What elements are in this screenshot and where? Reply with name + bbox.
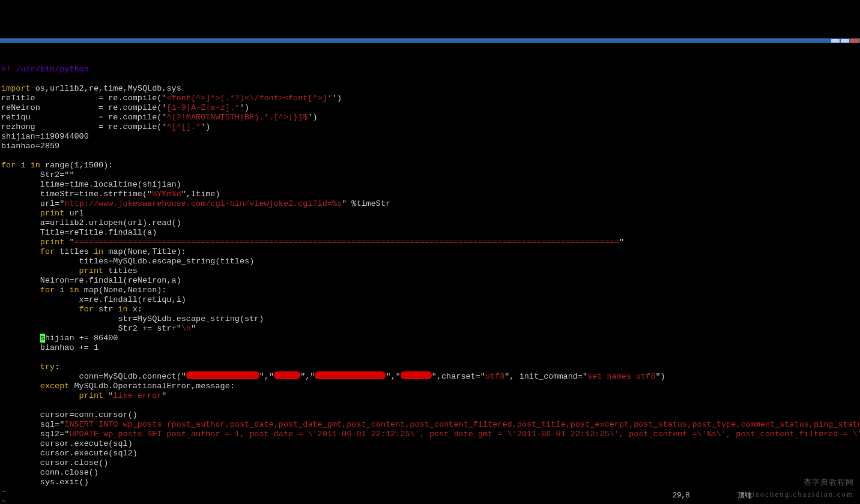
keyword-in: in — [94, 247, 103, 256]
code-text: url — [64, 209, 83, 218]
code-text: reTitle = re.compile(' — [1, 94, 166, 103]
sql-string: INSERT INTO wp_posts (post_author,post_d… — [64, 420, 860, 429]
code-text: rezhong = re.compile(' — [1, 122, 166, 131]
minimize-button[interactable] — [831, 39, 840, 43]
code-text: map(None,Title): — [103, 247, 186, 256]
keyword-for: for — [1, 305, 94, 314]
divider-string: ========================================… — [74, 238, 619, 247]
code-text: bianhao=2859 — [1, 142, 59, 151]
code-text: : — [55, 362, 59, 371]
code-text: reNeiron = re.compile(' — [1, 103, 166, 112]
regex-string: <font[^>]*>(.*?)<\/font><font[^>]* — [166, 94, 332, 103]
code-text: bianhao += 1 — [1, 343, 98, 352]
code-text: cursor.close() — [1, 458, 108, 467]
redacted-host — [186, 371, 259, 379]
code-text: a=urllib2.urlopen(url).read() — [1, 218, 181, 227]
sql-string: UPDATE wp_posts SET post_author = 1, pos… — [69, 430, 860, 439]
code-text: sql=" — [1, 420, 64, 429]
close-button[interactable] — [850, 39, 859, 43]
code-text: shijian=1190944000 — [1, 132, 89, 141]
code-text: " — [162, 391, 166, 400]
code-text: " — [191, 324, 196, 333]
tilde-empty-line: ~ — [1, 487, 6, 496]
code-text: " — [619, 238, 624, 247]
code-text: " %timeStr — [342, 199, 390, 208]
code-text: str=MySQLdb.escape_string(str) — [1, 314, 264, 323]
string-literal: set names utf8 — [587, 372, 655, 381]
keyword-for: for — [1, 161, 16, 170]
code-text: ") — [655, 372, 665, 381]
keyword-except: except — [1, 382, 69, 391]
code-text: cursor=conn.cursor() — [1, 410, 138, 419]
code-text: cursor.execute(sql2) — [1, 449, 138, 458]
keyword-print: print — [1, 266, 103, 275]
code-text: ') — [201, 122, 210, 131]
code-text: MySQLdb.OperationalError,message: — [69, 382, 234, 391]
tilde-empty-line: ~ — [1, 497, 6, 504]
code-text: sql2=" — [1, 430, 69, 439]
redacted-db — [401, 371, 432, 379]
code-text: Title=reTitle.findall(a) — [1, 228, 157, 237]
redacted-pass — [315, 371, 386, 379]
code-text: " — [64, 238, 74, 247]
code-text: str — [94, 305, 118, 314]
keyword-in: in — [118, 305, 127, 314]
regex-string: ^(?!MARGINWIDTH|BR).*.[^>|}]$ — [166, 113, 307, 122]
code-text: hijian += 86400 — [45, 334, 118, 343]
watermark-text-top: 查字典教程网 — [804, 478, 854, 487]
string-literal: utf8 — [485, 372, 504, 381]
code-text: ",ltime) — [181, 190, 220, 199]
string-literal: like error — [113, 391, 162, 400]
keyword-for: for — [1, 286, 55, 295]
keyword-print: print — [1, 391, 103, 400]
code-text: conn=MySQLdb.connect(" — [1, 372, 186, 381]
code-text: range(1,1500): — [40, 161, 114, 170]
code-text — [1, 334, 40, 343]
code-text: ') — [240, 103, 249, 112]
regex-string: ^[^[].* — [166, 122, 201, 131]
code-text: Str2 += str+" — [1, 324, 181, 333]
code-text: ", init_command=" — [504, 372, 587, 381]
import-module-list: os,urllib2,re,time,MySQLdb,sys — [31, 84, 181, 93]
shebang-line: #! /usr/bin/python — [1, 65, 89, 74]
regex-string: [1-9|A-Z|a-z].* — [166, 103, 240, 112]
keyword-import: import — [1, 84, 31, 93]
keyword-print: print — [1, 209, 64, 218]
url-string: http://www.jokeswarehouse.com/cgi-bin/vi… — [64, 199, 342, 208]
code-text: ltime=time.localtime(shijian) — [1, 180, 181, 189]
code-editor[interactable]: #! /usr/bin/python import os,urllib2,re,… — [0, 62, 860, 504]
code-text: i — [16, 161, 30, 170]
code-text: ",charset=" — [432, 372, 485, 381]
code-text: Str2="" — [1, 170, 74, 179]
maximize-button[interactable] — [841, 39, 849, 43]
code-text: "," — [386, 372, 400, 381]
code-text: url=" — [1, 199, 64, 208]
string-literal: \n — [181, 324, 191, 333]
keyword-print: print — [1, 238, 64, 247]
code-text: timeStr=time.strftime(" — [1, 190, 152, 199]
string-literal: %Y%m%d — [152, 190, 181, 199]
status-line: 29,8 顶端 — [673, 491, 752, 500]
window-titlebar — [0, 38, 860, 43]
keyword-in: in — [69, 286, 79, 295]
code-text: x=re.findall(retiqu,i) — [1, 295, 186, 304]
code-text: titles — [103, 266, 138, 275]
code-text: map(None,Neiron): — [79, 286, 167, 295]
keyword-try: try — [1, 362, 55, 371]
watermark-text-bottom: jiaocheng.chazidian.com — [749, 490, 854, 499]
code-text: titles=MySQLdb.escape_string(titles) — [1, 257, 254, 266]
code-text: cursor.execute(sql) — [1, 439, 133, 448]
code-text: ') — [332, 94, 342, 103]
keyword-for: for — [1, 247, 55, 256]
code-text: sys.exit() — [1, 478, 89, 487]
code-text: " — [103, 391, 113, 400]
code-text: i — [55, 286, 69, 295]
code-text: x: — [128, 305, 142, 314]
text-cursor: s — [40, 334, 45, 343]
code-text: ') — [307, 113, 317, 122]
keyword-in: in — [31, 161, 40, 170]
code-text: Neiron=re.findall(reNeiron,a) — [1, 276, 181, 285]
redacted-user — [274, 371, 300, 379]
code-text: titles — [55, 247, 94, 256]
code-text: "," — [259, 372, 274, 381]
